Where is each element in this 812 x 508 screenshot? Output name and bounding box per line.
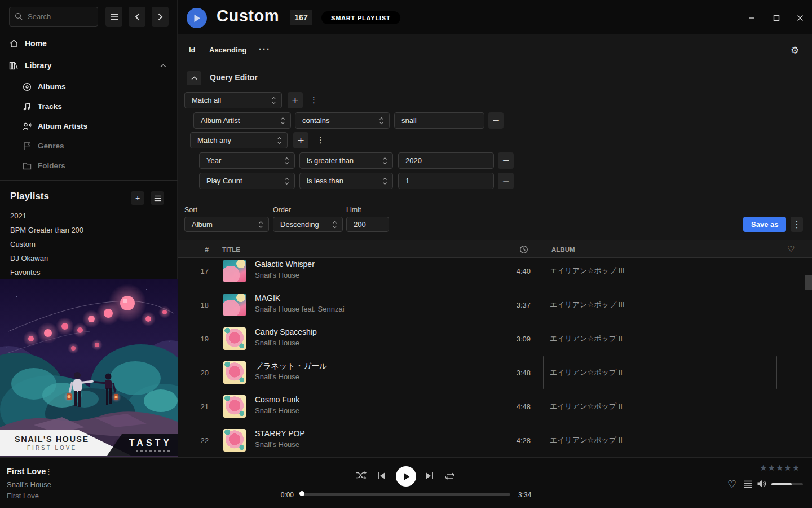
- volume-slider[interactable]: [771, 483, 803, 485]
- star-icon[interactable]: ★: [776, 463, 783, 473]
- track-row[interactable]: 19 Candy Spaceship Snail's House 3:09 エイ…: [178, 322, 812, 356]
- track-artist[interactable]: Snail's House: [255, 271, 299, 279]
- clock-icon[interactable]: [519, 245, 528, 254]
- now-playing-menu-button[interactable]: ⋮: [45, 467, 52, 476]
- now-playing-artist[interactable]: Snail's House: [7, 480, 51, 489]
- queue-button[interactable]: [743, 480, 752, 488]
- nested-match-select[interactable]: Match any: [190, 132, 288, 148]
- playlist-item[interactable]: 2021: [10, 209, 168, 223]
- track-title[interactable]: Candy Spaceship: [255, 327, 317, 336]
- track-artist[interactable]: Snail's House feat. Sennzai: [255, 305, 345, 313]
- nav-forward-button[interactable]: [152, 7, 169, 27]
- rule-operator-select[interactable]: contains: [295, 112, 390, 129]
- star-icon[interactable]: ★: [767, 463, 775, 473]
- track-album[interactable]: エイリアン☆ポップ II: [550, 423, 775, 457]
- rule-field-select[interactable]: Year: [199, 152, 295, 169]
- playlist-item[interactable]: Custom: [10, 237, 168, 251]
- rule-operator-select[interactable]: is greater than: [299, 152, 393, 169]
- star-icon[interactable]: ★: [760, 463, 767, 473]
- query-menu-button[interactable]: ⋮: [791, 217, 803, 232]
- track-row[interactable]: 22 STARRY POP Snail's House 4:28 エイリアン☆ポ…: [178, 423, 812, 457]
- column-album[interactable]: ALBUM: [551, 246, 575, 253]
- track-artist[interactable]: Snail's House: [255, 373, 299, 381]
- track-album[interactable]: エイリアン☆ポップ II: [550, 322, 775, 356]
- save-as-button[interactable]: Save as: [743, 217, 786, 232]
- nav-back-button[interactable]: [129, 7, 145, 27]
- sort-direction-button[interactable]: Ascending: [209, 46, 246, 54]
- now-playing-album[interactable]: First Love: [7, 492, 39, 500]
- query-order-select[interactable]: Descending: [273, 217, 343, 232]
- column-index[interactable]: #: [186, 246, 209, 253]
- rule-value-input[interactable]: [398, 173, 494, 189]
- sidebar-item-album-artists[interactable]: Album Artists: [0, 117, 178, 135]
- window-close-button[interactable]: [792, 10, 809, 27]
- sidebar-item-folders[interactable]: Folders: [0, 156, 178, 175]
- play-playlist-button[interactable]: [187, 8, 207, 28]
- add-nested-rule-button[interactable]: +: [293, 132, 308, 148]
- rule-field-select[interactable]: Album Artist: [193, 112, 291, 129]
- now-playing-title[interactable]: First Love: [7, 467, 46, 476]
- playlist-item[interactable]: BPM Greater than 200: [10, 223, 168, 237]
- rule-value-input[interactable]: [394, 112, 484, 129]
- previous-track-button[interactable]: [377, 472, 386, 480]
- remove-rule-button[interactable]: −: [488, 112, 504, 129]
- sidebar-item-albums[interactable]: Albums: [0, 77, 178, 96]
- play-pause-button[interactable]: [396, 466, 416, 487]
- seek-handle[interactable]: [299, 491, 304, 496]
- track-title[interactable]: Galactic Whisper: [255, 260, 315, 269]
- rule-field-select[interactable]: Play Count: [199, 173, 295, 189]
- track-artist[interactable]: Snail's House: [255, 339, 299, 347]
- next-track-button[interactable]: [425, 472, 434, 480]
- track-artist[interactable]: Snail's House: [255, 406, 299, 415]
- sort-field-button[interactable]: Id: [189, 46, 196, 54]
- collapse-query-editor-button[interactable]: [187, 71, 201, 85]
- query-sort-select[interactable]: Album: [184, 217, 269, 232]
- track-row[interactable]: 18 MAGIK Snail's House feat. Sennzai 3:3…: [178, 288, 812, 322]
- rating-stars[interactable]: ★ ★ ★ ★ ★: [760, 463, 800, 473]
- chevron-up-icon[interactable]: [160, 64, 166, 68]
- root-match-select[interactable]: Match all: [184, 92, 282, 108]
- track-album[interactable]: エイリアン☆ポップ II: [550, 389, 775, 423]
- volume-button[interactable]: [757, 479, 767, 488]
- sidebar-menu-button[interactable]: [105, 7, 122, 27]
- sidebar-item-tracks[interactable]: Tracks: [0, 97, 178, 116]
- remove-rule-button[interactable]: −: [498, 173, 514, 189]
- track-row[interactable]: 21 Cosmo Funk Snail's House 4:48 エイリアン☆ポ…: [178, 389, 812, 423]
- track-album[interactable]: エイリアン☆ポップ III: [550, 288, 775, 322]
- group-menu-button[interactable]: ⋮: [310, 95, 318, 105]
- column-title[interactable]: TITLE: [222, 246, 240, 253]
- now-playing-album-art[interactable]: SNAIL'S HOUSE FIRST LOVE TASTY: [0, 279, 178, 457]
- shuffle-button[interactable]: [355, 471, 367, 480]
- playlist-item[interactable]: DJ Okawari: [10, 251, 168, 265]
- star-icon[interactable]: ★: [784, 463, 791, 473]
- star-icon[interactable]: ★: [792, 463, 800, 473]
- gear-icon[interactable]: ⚙: [791, 45, 799, 56]
- window-maximize-button[interactable]: [768, 10, 785, 27]
- more-options-button[interactable]: ···: [259, 44, 271, 54]
- track-title[interactable]: Cosmo Funk: [255, 395, 299, 404]
- heart-icon[interactable]: ♡: [787, 244, 795, 254]
- track-title[interactable]: MAGIK: [255, 294, 280, 303]
- track-artist[interactable]: Snail's House: [255, 440, 299, 449]
- sidebar-item-library[interactable]: Library: [0, 56, 178, 75]
- rule-value-input[interactable]: [398, 152, 494, 169]
- rule-operator-select[interactable]: is less than: [299, 173, 393, 189]
- playlist-list-button[interactable]: [151, 191, 164, 205]
- track-title[interactable]: プラネット・ガール: [255, 361, 327, 371]
- favorite-heart-icon[interactable]: ♡: [727, 478, 736, 490]
- sidebar-item-home[interactable]: Home: [0, 34, 178, 53]
- track-row[interactable]: 20 プラネット・ガール Snail's House 3:48 エイリアン☆ポッ…: [178, 356, 812, 389]
- track-row[interactable]: 17 Galactic Whisper Snail's House 4:40 エ…: [178, 258, 812, 288]
- add-playlist-button[interactable]: +: [131, 191, 144, 205]
- remove-rule-button[interactable]: −: [498, 152, 514, 169]
- seek-bar[interactable]: [302, 493, 510, 496]
- sidebar-item-genres[interactable]: Genres: [0, 137, 178, 155]
- add-rule-button[interactable]: +: [288, 92, 303, 108]
- nested-group-menu-button[interactable]: ⋮: [316, 135, 325, 145]
- track-album[interactable]: エイリアン☆ポップ III: [550, 258, 775, 288]
- track-title[interactable]: STARRY POP: [255, 429, 305, 438]
- playlist-item[interactable]: Favorites: [10, 265, 168, 279]
- scrollbar-thumb[interactable]: [805, 275, 812, 290]
- window-minimize-button[interactable]: [743, 10, 760, 27]
- repeat-button[interactable]: [444, 472, 455, 480]
